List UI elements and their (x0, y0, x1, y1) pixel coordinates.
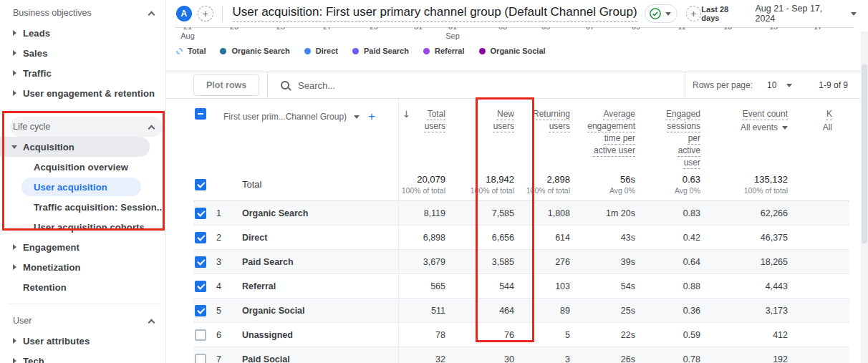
add-comparison-icon[interactable]: + (198, 6, 213, 21)
expand-arrow-icon[interactable] (6, 338, 23, 344)
sidebar-item-retention[interactable]: Retention (0, 277, 165, 297)
report-main-area: A + User acquisition: First user primary… (166, 0, 868, 363)
cell-engaged-sessions: 0.59 (642, 330, 708, 340)
legend-item-direct[interactable]: Direct (304, 47, 338, 55)
user-avatar[interactable]: A (176, 6, 192, 21)
cell-new-users: 30 (453, 354, 521, 363)
row-number: 6 (215, 330, 233, 340)
column-header-total-users[interactable]: ↓ Totalusers (398, 108, 453, 132)
add-dimension-icon[interactable]: + (368, 110, 375, 124)
channel-name: Direct (233, 233, 398, 243)
scrollbar-thumb[interactable] (862, 64, 867, 243)
sidebar-item-user-acquisition-cohorts[interactable]: User acquisition cohorts (0, 217, 165, 237)
search-input[interactable] (298, 80, 513, 91)
cell-engaged-sessions: 0.64 (642, 257, 708, 267)
sidebar-item-acquisition[interactable]: Acquisition (0, 137, 150, 157)
cell-new-users: 464 (453, 306, 521, 316)
sidebar-item-user-attributes[interactable]: User attributes (0, 331, 165, 351)
table-header-row: First user prim...Channel Group) + ↓ Tot… (193, 99, 849, 168)
row-checkbox[interactable] (195, 281, 206, 292)
cell-event-count: 3,173 (708, 306, 795, 316)
cell-new-users: 6,656 (453, 233, 521, 243)
plot-rows-button[interactable]: Plot rows (193, 74, 259, 96)
select-all-checkbox[interactable] (195, 108, 206, 120)
column-header-new-users[interactable]: Newusers (453, 108, 521, 132)
sidebar-item-sales[interactable]: Sales (0, 43, 165, 63)
expand-arrow-icon[interactable] (6, 50, 23, 56)
event-selector[interactable]: All events (708, 122, 788, 134)
chevron-down-icon[interactable] (786, 84, 792, 87)
section-header-label: Life cycle (13, 122, 50, 132)
legend-item-organic-search[interactable]: Organic Search (220, 47, 289, 55)
collapse-chevron-icon[interactable] (148, 11, 155, 18)
chart-axis-strip: 21Aug 23 25 27 29 31 01Sep 03 05 07 09 1… (166, 27, 868, 60)
add-metric-icon[interactable]: + (686, 6, 702, 21)
legend-item-organic-social[interactable]: Organic Social (479, 47, 546, 55)
channel-name: Referral (233, 281, 398, 291)
row-checkbox[interactable] (195, 208, 206, 219)
check-circle-icon (649, 7, 662, 20)
expand-arrow-icon[interactable] (6, 70, 23, 76)
sidebar-item-traffic[interactable]: Traffic (0, 63, 165, 83)
cell-total-users: 3,679 (398, 257, 453, 267)
sidebar-item-engagement[interactable]: Engagement (0, 237, 165, 257)
report-saved-status-control[interactable] (645, 4, 677, 23)
expand-arrow-icon[interactable] (6, 30, 23, 36)
row-number: 7 (215, 354, 233, 363)
series-dot-icon (423, 48, 430, 54)
sidebar-item-tech[interactable]: Tech (0, 351, 165, 363)
row-checkbox[interactable] (195, 232, 206, 243)
sidebar-item-acquisition-overview[interactable]: Acquisition overview (0, 157, 165, 177)
cell-total-users: 8,119 (398, 208, 453, 218)
row-checkbox[interactable] (195, 354, 206, 363)
date-range-picker[interactable]: Last 28 days Aug 21 - Sep 17, 2024 (701, 4, 868, 24)
sidebar-item-monetization[interactable]: Monetization (0, 257, 165, 277)
expand-arrow-icon[interactable] (6, 264, 23, 270)
sidebar-item-user-engagement-retention[interactable]: User engagement & retention (0, 83, 165, 103)
cell-returning-users: 103 (521, 281, 577, 291)
table-row: 2 Direct 6,898 6,656 614 43s 0.42 46,375 (193, 226, 849, 250)
row-number: 3 (215, 257, 233, 267)
column-header-avg-engagement-time[interactable]: Averageengagementtime peractive user (577, 108, 642, 157)
total-cell: 2,898100% of total (521, 174, 577, 195)
collapse-chevron-icon[interactable] (148, 319, 155, 326)
cell-engaged-sessions: 0.78 (642, 354, 708, 363)
row-checkbox[interactable] (195, 305, 206, 316)
cell-avg-engagement: 22s (577, 330, 642, 340)
acquisition-table: First user prim...Channel Group) + ↓ Tot… (166, 99, 868, 363)
cell-total-users: 78 (398, 330, 453, 340)
expand-arrow-icon[interactable] (6, 244, 23, 250)
expand-arrow-icon[interactable] (6, 358, 23, 363)
rows-per-page-label: Rows per page: (693, 80, 753, 90)
column-header-event-count[interactable]: Event count All events (708, 108, 795, 134)
cell-engaged-sessions: 0.42 (642, 233, 708, 243)
column-header-engaged-sessions[interactable]: Engagedsessionsperactiveuser (642, 108, 708, 169)
row-checkbox[interactable] (195, 179, 206, 190)
legend-item-total[interactable]: Total (176, 47, 206, 55)
total-row-label: Total (233, 179, 398, 190)
column-header-returning-users[interactable]: Returningusers (521, 108, 577, 132)
collapse-chevron-icon[interactable] (148, 125, 155, 132)
sidebar-item-traffic-acquisition[interactable]: Traffic acquisition: Session... (0, 197, 165, 217)
row-number: 5 (215, 306, 233, 316)
dimension-header[interactable]: First user prim...Channel Group) + (215, 110, 398, 124)
row-checkbox[interactable] (195, 256, 206, 268)
cell-avg-engagement: 54s (577, 281, 642, 291)
vertical-scrollbar[interactable] (861, 32, 868, 363)
report-title[interactable]: User acquisition: First user primary cha… (233, 5, 637, 22)
series-dot-icon (479, 48, 486, 54)
table-row: 4 Referral 565 544 103 54s 0.88 4,443 (193, 274, 849, 299)
cell-total-users: 6,898 (398, 233, 453, 243)
sidebar-item-leads[interactable]: Leads (0, 23, 165, 43)
expand-arrow-icon[interactable] (6, 90, 23, 96)
rows-per-page-value[interactable]: 10 (767, 80, 776, 90)
sidebar-item-user-acquisition-active[interactable]: User acquisition (21, 178, 141, 196)
legend-item-paid-search[interactable]: Paid Search (352, 47, 409, 55)
row-checkbox[interactable] (195, 329, 206, 341)
column-header-key-events[interactable]: K All (795, 108, 839, 134)
cell-new-users: 3,585 (453, 257, 521, 267)
cell-total-users: 511 (398, 306, 453, 316)
collapse-arrow-icon[interactable] (6, 145, 23, 149)
total-cell: 0.63Avg 0% (642, 174, 708, 195)
legend-item-referral[interactable]: Referral (423, 47, 465, 55)
